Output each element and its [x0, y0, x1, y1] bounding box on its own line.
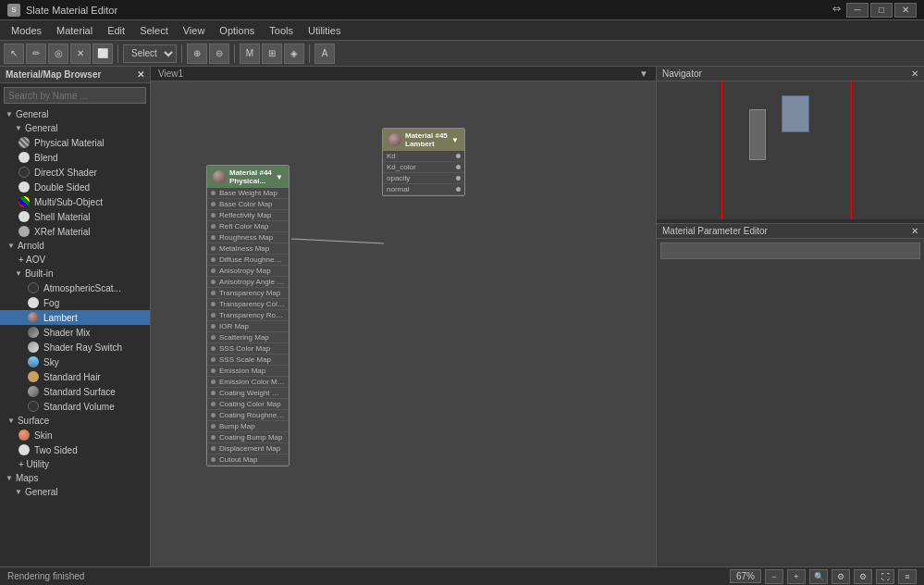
- item-shader-mix[interactable]: Shader Mix: [0, 325, 150, 340]
- main-layout: Material/Map Browser ✕ ▼ General ▼ Gener…: [0, 67, 924, 585]
- two-sided-icon: [18, 444, 30, 455]
- app-icon: S: [7, 4, 20, 17]
- menu-modes[interactable]: Modes: [4, 23, 49, 38]
- param-header: Material Parameter Editor ✕: [657, 224, 924, 239]
- item-standard-volume-label: Standard Volume: [43, 402, 115, 412]
- lambert-node-thumb: [388, 133, 401, 146]
- select-dropdown[interactable]: Select: [123, 44, 177, 63]
- item-aov-label: + AOV: [18, 255, 45, 265]
- item-fog[interactable]: Fog: [0, 295, 150, 310]
- param-input[interactable]: [660, 243, 920, 259]
- menu-material[interactable]: Material: [49, 23, 100, 38]
- navigator-content[interactable]: [657, 81, 924, 219]
- zoom-display[interactable]: 67%: [730, 569, 761, 583]
- item-multi-sub[interactable]: Multi/Sub-Object: [0, 194, 150, 209]
- port-label: Kd_color: [387, 163, 416, 171]
- minimize-button[interactable]: ─: [846, 3, 869, 18]
- lambert-port-row: Kd_color: [383, 162, 464, 173]
- param-close-icon[interactable]: ✕: [911, 226, 918, 236]
- maps-general-header[interactable]: ▼ General: [0, 485, 150, 499]
- menu-options[interactable]: Options: [212, 23, 262, 38]
- general-label: General: [25, 123, 58, 133]
- double-sided-icon: [18, 181, 30, 193]
- item-skin[interactable]: Skin: [0, 428, 150, 442]
- physical-node-expand[interactable]: ▼: [276, 173, 283, 181]
- tool-copy[interactable]: ⬜: [92, 44, 113, 64]
- item-standard-surface[interactable]: Standard Surface: [0, 384, 150, 399]
- tool-zoom-in[interactable]: ⊕: [187, 44, 207, 64]
- physical-material-node[interactable]: Material #44 Physical... ▼ Base Weight M…: [206, 165, 290, 467]
- item-standard-volume[interactable]: Standard Volume: [0, 399, 150, 414]
- fog-icon: [28, 297, 39, 308]
- general-header[interactable]: ▼ General: [0, 121, 150, 135]
- item-shell-material[interactable]: Shell Material: [0, 209, 150, 224]
- item-xref-label: XRef Material: [34, 227, 91, 237]
- tool-zoom-out[interactable]: ⊖: [209, 44, 229, 64]
- item-utility[interactable]: + Utility: [0, 457, 150, 471]
- materials-section: ▼ General ▼ General Physical Material Bl…: [0, 107, 150, 471]
- maps-arrow: ▼: [6, 474, 13, 482]
- arnold-header[interactable]: ▼ Arnold: [0, 239, 150, 253]
- item-shader-ray[interactable]: Shader Ray Switch: [0, 340, 150, 355]
- item-fog-label: Fog: [43, 298, 59, 308]
- item-blend[interactable]: Blend: [0, 150, 150, 165]
- physical-port-row: SSS Color Map: [207, 343, 289, 355]
- item-shader-mix-label: Shader Mix: [43, 328, 91, 338]
- settings-btn-2[interactable]: ⚙: [854, 569, 872, 584]
- port-label: Transparency Color Map: [219, 300, 285, 308]
- navigator-node-2: [782, 95, 809, 132]
- extra-btn[interactable]: ≡: [898, 569, 917, 584]
- zoom-out-btn[interactable]: −: [765, 569, 783, 584]
- tool-grid[interactable]: ⊞: [262, 44, 282, 64]
- tool-pencil[interactable]: ✏: [26, 44, 46, 64]
- item-double-sided-label: Double Sided: [34, 182, 90, 193]
- search-input[interactable]: [4, 87, 146, 104]
- physical-node-header: Material #44 Physical... ▼: [207, 166, 289, 188]
- right-panel: Navigator ✕ Material Parameter Editor ✕: [656, 67, 924, 585]
- menu-utilities[interactable]: Utilities: [301, 23, 348, 38]
- item-double-sided[interactable]: Double Sided: [0, 180, 150, 194]
- tool-show[interactable]: ◈: [284, 44, 304, 64]
- menu-tools[interactable]: Tools: [262, 23, 301, 38]
- surface-header[interactable]: ▼ Surface: [0, 414, 150, 428]
- physical-port-row: Base Weight Map: [207, 188, 289, 199]
- item-aov[interactable]: + AOV: [0, 253, 150, 267]
- port-label: Kd: [387, 152, 396, 160]
- item-two-sided[interactable]: Two Sided: [0, 442, 150, 457]
- menu-edit[interactable]: Edit: [100, 23, 132, 38]
- item-standard-hair[interactable]: Standard Hair: [0, 369, 150, 384]
- maps-section: ▼ Maps ▼ General: [0, 471, 150, 499]
- lambert-node-expand[interactable]: ▼: [451, 136, 459, 144]
- fullscreen-btn[interactable]: ⛶: [876, 569, 894, 584]
- item-directx-shader[interactable]: DirectX Shader: [0, 165, 150, 180]
- item-lambert[interactable]: Lambert: [0, 310, 150, 325]
- item-sky[interactable]: Sky: [0, 355, 150, 369]
- panel-close-icon[interactable]: ✕: [137, 69, 144, 80]
- builtin-header[interactable]: ▼ Built-in: [0, 267, 150, 280]
- zoom-in-btn[interactable]: +: [787, 569, 806, 584]
- tool-delete[interactable]: ✕: [70, 44, 91, 64]
- search-btn[interactable]: 🔍: [809, 569, 828, 584]
- item-physical-material[interactable]: Physical Material: [0, 135, 150, 150]
- tool-pick[interactable]: ◎: [48, 44, 68, 64]
- maps-header[interactable]: ▼ Maps: [0, 471, 150, 485]
- physical-port-row: Metalness Map: [207, 243, 289, 255]
- materials-header[interactable]: ▼ General: [0, 107, 150, 121]
- menu-select[interactable]: Select: [132, 23, 176, 38]
- navigator-right-line: [851, 81, 852, 219]
- settings-btn-1[interactable]: ⚙: [832, 569, 850, 584]
- menu-view[interactable]: View: [176, 23, 213, 38]
- tool-arrow[interactable]: ↖: [4, 44, 24, 64]
- maximize-button[interactable]: □: [870, 3, 893, 18]
- item-atmospheric[interactable]: AtmosphericScat...: [0, 280, 150, 295]
- navigator-close-icon[interactable]: ✕: [911, 68, 918, 79]
- view-content[interactable]: Material #44 Physical... ▼ Base Weight M…: [151, 81, 656, 581]
- maps-general-label: General: [25, 487, 58, 497]
- standard-volume-icon: [28, 401, 39, 412]
- tool-auto[interactable]: A: [314, 44, 335, 64]
- view-options-icon[interactable]: ▼: [639, 68, 648, 79]
- close-button[interactable]: ✕: [894, 3, 917, 18]
- lambert-material-node[interactable]: Material #45 Lambert ▼ KdKd_coloropacity…: [382, 128, 465, 196]
- item-xref-material[interactable]: XRef Material: [0, 224, 150, 239]
- tool-material-map[interactable]: M: [240, 44, 260, 64]
